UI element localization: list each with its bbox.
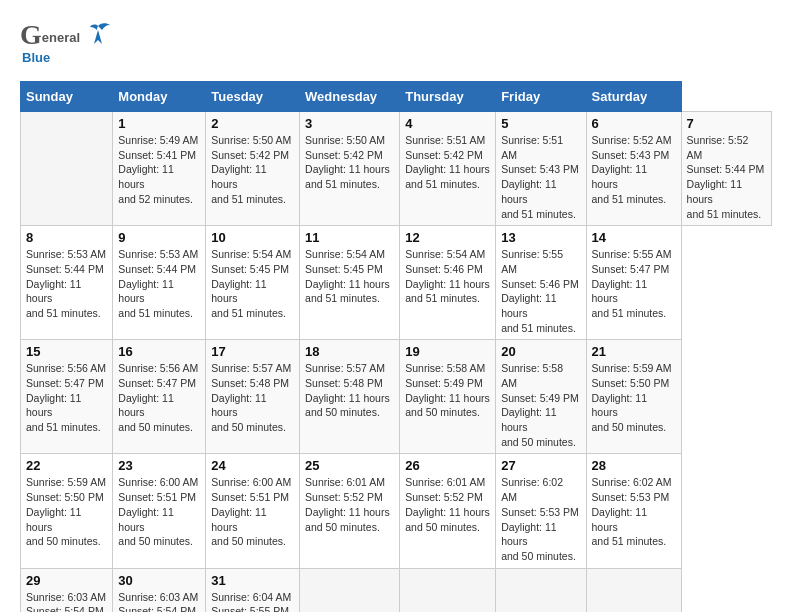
- day-info: Sunrise: 5:59 AM Sunset: 5:50 PM Dayligh…: [592, 361, 676, 434]
- calendar-day: 6Sunrise: 5:52 AM Sunset: 5:43 PM Daylig…: [586, 112, 681, 226]
- day-number: 15: [26, 344, 107, 359]
- col-monday: Monday: [113, 82, 206, 112]
- calendar-day: 14Sunrise: 5:55 AM Sunset: 5:47 PM Dayli…: [586, 226, 681, 340]
- calendar-day: 31Sunrise: 6:04 AM Sunset: 5:55 PM Dayli…: [206, 568, 300, 612]
- calendar-day: [21, 112, 113, 226]
- calendar-day: 18Sunrise: 5:57 AM Sunset: 5:48 PM Dayli…: [300, 340, 400, 454]
- day-info: Sunrise: 5:55 AM Sunset: 5:47 PM Dayligh…: [592, 247, 676, 320]
- calendar-day: 3Sunrise: 5:50 AM Sunset: 5:42 PM Daylig…: [300, 112, 400, 226]
- col-friday: Friday: [496, 82, 586, 112]
- day-info: Sunrise: 5:53 AM Sunset: 5:44 PM Dayligh…: [26, 247, 107, 320]
- calendar-day: 27Sunrise: 6:02 AM Sunset: 5:53 PM Dayli…: [496, 454, 586, 568]
- logo: G eneral Blue: [20, 20, 112, 65]
- day-info: Sunrise: 5:50 AM Sunset: 5:42 PM Dayligh…: [211, 133, 294, 206]
- calendar-day: 17Sunrise: 5:57 AM Sunset: 5:48 PM Dayli…: [206, 340, 300, 454]
- day-info: Sunrise: 5:51 AM Sunset: 5:42 PM Dayligh…: [405, 133, 490, 192]
- calendar-day: [300, 568, 400, 612]
- day-info: Sunrise: 6:01 AM Sunset: 5:52 PM Dayligh…: [305, 475, 394, 534]
- day-info: Sunrise: 5:54 AM Sunset: 5:46 PM Dayligh…: [405, 247, 490, 306]
- col-saturday: Saturday: [586, 82, 681, 112]
- calendar-day: 28Sunrise: 6:02 AM Sunset: 5:53 PM Dayli…: [586, 454, 681, 568]
- calendar-day: 2Sunrise: 5:50 AM Sunset: 5:42 PM Daylig…: [206, 112, 300, 226]
- bird-icon: [84, 22, 112, 44]
- calendar-day: [400, 568, 496, 612]
- calendar-day: 20Sunrise: 5:58 AM Sunset: 5:49 PM Dayli…: [496, 340, 586, 454]
- day-number: 2: [211, 116, 294, 131]
- day-info: Sunrise: 5:57 AM Sunset: 5:48 PM Dayligh…: [305, 361, 394, 420]
- day-number: 24: [211, 458, 294, 473]
- logo-g-letter: G: [20, 20, 42, 51]
- day-info: Sunrise: 6:03 AM Sunset: 5:54 PM Dayligh…: [118, 590, 200, 612]
- calendar-day: 22Sunrise: 5:59 AM Sunset: 5:50 PM Dayli…: [21, 454, 113, 568]
- calendar-week-4: 22Sunrise: 5:59 AM Sunset: 5:50 PM Dayli…: [21, 454, 772, 568]
- calendar-day: 21Sunrise: 5:59 AM Sunset: 5:50 PM Dayli…: [586, 340, 681, 454]
- day-info: Sunrise: 5:49 AM Sunset: 5:41 PM Dayligh…: [118, 133, 200, 206]
- calendar-week-2: 8Sunrise: 5:53 AM Sunset: 5:44 PM Daylig…: [21, 226, 772, 340]
- calendar-day: 4Sunrise: 5:51 AM Sunset: 5:42 PM Daylig…: [400, 112, 496, 226]
- day-number: 8: [26, 230, 107, 245]
- calendar-day: 9Sunrise: 5:53 AM Sunset: 5:44 PM Daylig…: [113, 226, 206, 340]
- day-number: 26: [405, 458, 490, 473]
- day-info: Sunrise: 5:51 AM Sunset: 5:43 PM Dayligh…: [501, 133, 580, 221]
- day-info: Sunrise: 6:02 AM Sunset: 5:53 PM Dayligh…: [592, 475, 676, 548]
- day-info: Sunrise: 6:01 AM Sunset: 5:52 PM Dayligh…: [405, 475, 490, 534]
- day-info: Sunrise: 5:50 AM Sunset: 5:42 PM Dayligh…: [305, 133, 394, 192]
- day-number: 20: [501, 344, 580, 359]
- day-number: 5: [501, 116, 580, 131]
- calendar-day: [496, 568, 586, 612]
- calendar-day: 19Sunrise: 5:58 AM Sunset: 5:49 PM Dayli…: [400, 340, 496, 454]
- day-info: Sunrise: 5:52 AM Sunset: 5:43 PM Dayligh…: [592, 133, 676, 206]
- col-sunday: Sunday: [21, 82, 113, 112]
- calendar-day: 7Sunrise: 5:52 AM Sunset: 5:44 PM Daylig…: [681, 112, 771, 226]
- day-info: Sunrise: 5:58 AM Sunset: 5:49 PM Dayligh…: [501, 361, 580, 449]
- day-info: Sunrise: 5:53 AM Sunset: 5:44 PM Dayligh…: [118, 247, 200, 320]
- logo-eneral: eneral: [42, 31, 80, 45]
- calendar-header-row: Sunday Monday Tuesday Wednesday Thursday…: [21, 82, 772, 112]
- day-info: Sunrise: 5:56 AM Sunset: 5:47 PM Dayligh…: [118, 361, 200, 434]
- calendar-day: 16Sunrise: 5:56 AM Sunset: 5:47 PM Dayli…: [113, 340, 206, 454]
- day-number: 27: [501, 458, 580, 473]
- calendar-day: 29Sunrise: 6:03 AM Sunset: 5:54 PM Dayli…: [21, 568, 113, 612]
- day-info: Sunrise: 5:54 AM Sunset: 5:45 PM Dayligh…: [211, 247, 294, 320]
- day-number: 28: [592, 458, 676, 473]
- col-thursday: Thursday: [400, 82, 496, 112]
- day-number: 6: [592, 116, 676, 131]
- calendar-day: 13Sunrise: 5:55 AM Sunset: 5:46 PM Dayli…: [496, 226, 586, 340]
- calendar-week-5: 29Sunrise: 6:03 AM Sunset: 5:54 PM Dayli…: [21, 568, 772, 612]
- calendar-day: 24Sunrise: 6:00 AM Sunset: 5:51 PM Dayli…: [206, 454, 300, 568]
- calendar-day: 1Sunrise: 5:49 AM Sunset: 5:41 PM Daylig…: [113, 112, 206, 226]
- day-number: 17: [211, 344, 294, 359]
- day-info: Sunrise: 5:55 AM Sunset: 5:46 PM Dayligh…: [501, 247, 580, 335]
- day-number: 1: [118, 116, 200, 131]
- calendar-week-3: 15Sunrise: 5:56 AM Sunset: 5:47 PM Dayli…: [21, 340, 772, 454]
- day-number: 29: [26, 573, 107, 588]
- day-number: 30: [118, 573, 200, 588]
- day-info: Sunrise: 6:00 AM Sunset: 5:51 PM Dayligh…: [118, 475, 200, 548]
- calendar-week-1: 1Sunrise: 5:49 AM Sunset: 5:41 PM Daylig…: [21, 112, 772, 226]
- calendar-day: 12Sunrise: 5:54 AM Sunset: 5:46 PM Dayli…: [400, 226, 496, 340]
- calendar-day: 23Sunrise: 6:00 AM Sunset: 5:51 PM Dayli…: [113, 454, 206, 568]
- calendar-table: Sunday Monday Tuesday Wednesday Thursday…: [20, 81, 772, 612]
- col-tuesday: Tuesday: [206, 82, 300, 112]
- day-info: Sunrise: 5:57 AM Sunset: 5:48 PM Dayligh…: [211, 361, 294, 434]
- day-number: 16: [118, 344, 200, 359]
- day-number: 9: [118, 230, 200, 245]
- day-info: Sunrise: 5:54 AM Sunset: 5:45 PM Dayligh…: [305, 247, 394, 306]
- logo-blue: Blue: [22, 51, 112, 65]
- day-number: 23: [118, 458, 200, 473]
- day-number: 10: [211, 230, 294, 245]
- calendar-day: 5Sunrise: 5:51 AM Sunset: 5:43 PM Daylig…: [496, 112, 586, 226]
- day-info: Sunrise: 6:04 AM Sunset: 5:55 PM Dayligh…: [211, 590, 294, 612]
- page-header: G eneral Blue: [20, 20, 772, 65]
- day-number: 21: [592, 344, 676, 359]
- calendar-day: 8Sunrise: 5:53 AM Sunset: 5:44 PM Daylig…: [21, 226, 113, 340]
- calendar-day: 25Sunrise: 6:01 AM Sunset: 5:52 PM Dayli…: [300, 454, 400, 568]
- day-number: 13: [501, 230, 580, 245]
- calendar-day: 11Sunrise: 5:54 AM Sunset: 5:45 PM Dayli…: [300, 226, 400, 340]
- day-number: 4: [405, 116, 490, 131]
- calendar-day: [586, 568, 681, 612]
- day-number: 19: [405, 344, 490, 359]
- day-info: Sunrise: 5:52 AM Sunset: 5:44 PM Dayligh…: [687, 133, 766, 221]
- day-number: 25: [305, 458, 394, 473]
- day-info: Sunrise: 5:59 AM Sunset: 5:50 PM Dayligh…: [26, 475, 107, 548]
